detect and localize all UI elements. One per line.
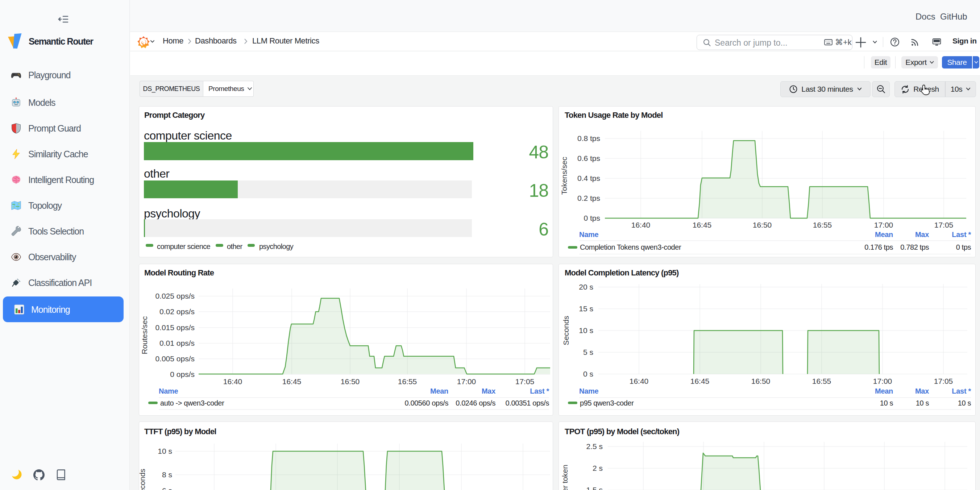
svg-text:16:45: 16:45 xyxy=(282,377,302,386)
svg-text:Routes/sec: Routes/sec xyxy=(140,316,149,354)
svg-text:0.4 tps: 0.4 tps xyxy=(578,174,600,182)
svg-text:Tokens/sec: Tokens/sec xyxy=(560,157,568,195)
svg-text:0.6 tps: 0.6 tps xyxy=(578,154,600,162)
svg-text:16:50: 16:50 xyxy=(753,221,772,229)
svg-text:17:00: 17:00 xyxy=(457,377,476,386)
svg-text:Seconds: Seconds xyxy=(562,316,570,345)
svg-text:2.5 s: 2.5 s xyxy=(586,442,603,450)
svg-text:Mean: Mean xyxy=(430,387,448,395)
svg-text:17:05: 17:05 xyxy=(515,377,535,386)
svg-text:16:55: 16:55 xyxy=(398,377,417,386)
svg-text:Last *: Last * xyxy=(952,231,971,239)
svg-text:10 s: 10 s xyxy=(158,447,172,455)
svg-text:0.782 tps: 0.782 tps xyxy=(900,243,929,251)
svg-text:Name: Name xyxy=(579,387,598,395)
svg-text:0.005 ops/s: 0.005 ops/s xyxy=(155,355,195,363)
svg-text:0 tps: 0 tps xyxy=(584,214,600,222)
svg-text:p95 qwen3-coder: p95 qwen3-coder xyxy=(580,399,634,407)
svg-text:Mean: Mean xyxy=(875,231,893,239)
svg-text:0.176 tps: 0.176 tps xyxy=(864,243,893,251)
svg-text:psychology: psychology xyxy=(259,242,294,250)
svg-text:16:45: 16:45 xyxy=(690,377,710,385)
svg-text:16:40: 16:40 xyxy=(223,377,242,386)
svg-text:s per token: s per token xyxy=(561,465,569,490)
svg-text:5 s: 5 s xyxy=(583,348,593,356)
svg-text:20 s: 20 s xyxy=(579,283,593,291)
svg-text:17:05: 17:05 xyxy=(934,221,953,229)
svg-text:16:55: 16:55 xyxy=(813,221,832,229)
svg-text:auto -> qwen3-coder: auto -> qwen3-coder xyxy=(160,399,224,407)
svg-text:Max: Max xyxy=(915,231,929,239)
svg-text:15 s: 15 s xyxy=(579,304,593,313)
svg-text:16:55: 16:55 xyxy=(812,377,831,385)
svg-text:Mean: Mean xyxy=(875,387,893,395)
svg-text:16:50: 16:50 xyxy=(751,377,770,385)
svg-text:0.025 ops/s: 0.025 ops/s xyxy=(155,292,195,300)
svg-text:0 s: 0 s xyxy=(583,370,593,378)
svg-text:other: other xyxy=(227,242,243,250)
svg-text:Completion Tokens qwen3-coder: Completion Tokens qwen3-coder xyxy=(580,243,681,251)
svg-text:0 tps: 0 tps xyxy=(956,243,971,251)
svg-text:0.01 ops/s: 0.01 ops/s xyxy=(159,339,195,347)
svg-text:16:40: 16:40 xyxy=(630,377,649,385)
svg-text:8 s: 8 s xyxy=(162,471,172,479)
svg-text:Last *: Last * xyxy=(530,387,549,395)
svg-text:16:40: 16:40 xyxy=(632,221,651,229)
svg-text:10 s: 10 s xyxy=(579,326,593,334)
svg-text:0.0246 ops/s: 0.0246 ops/s xyxy=(455,399,495,407)
svg-text:0.8 tps: 0.8 tps xyxy=(578,134,600,142)
svg-text:17:05: 17:05 xyxy=(934,377,953,385)
svg-text:16:50: 16:50 xyxy=(341,377,360,386)
svg-text:Last *: Last * xyxy=(952,387,971,395)
svg-text:computer science: computer science xyxy=(157,242,210,250)
svg-text:0.015 ops/s: 0.015 ops/s xyxy=(155,323,195,332)
svg-text:Max: Max xyxy=(482,387,495,395)
svg-text:0.00351 ops/s: 0.00351 ops/s xyxy=(506,399,549,407)
svg-text:Seconds: Seconds xyxy=(139,469,146,490)
svg-text:1.5 s: 1.5 s xyxy=(586,486,603,490)
svg-text:16:45: 16:45 xyxy=(693,221,712,229)
svg-text:6 s: 6 s xyxy=(162,486,172,490)
svg-text:10 s: 10 s xyxy=(958,399,971,407)
svg-text:0.02 ops/s: 0.02 ops/s xyxy=(159,307,195,316)
svg-text:0.2 tps: 0.2 tps xyxy=(578,194,600,202)
svg-text:17:00: 17:00 xyxy=(873,377,892,385)
svg-text:Max: Max xyxy=(915,387,929,395)
svg-text:17:00: 17:00 xyxy=(874,221,893,229)
svg-text:Name: Name xyxy=(579,231,598,239)
svg-text:10 s: 10 s xyxy=(880,399,893,407)
svg-text:2 s: 2 s xyxy=(593,464,603,472)
svg-text:10 s: 10 s xyxy=(916,399,929,407)
svg-text:0.00560 ops/s: 0.00560 ops/s xyxy=(405,399,449,407)
svg-text:0 ops/s: 0 ops/s xyxy=(170,370,195,379)
svg-text:Name: Name xyxy=(159,387,178,395)
